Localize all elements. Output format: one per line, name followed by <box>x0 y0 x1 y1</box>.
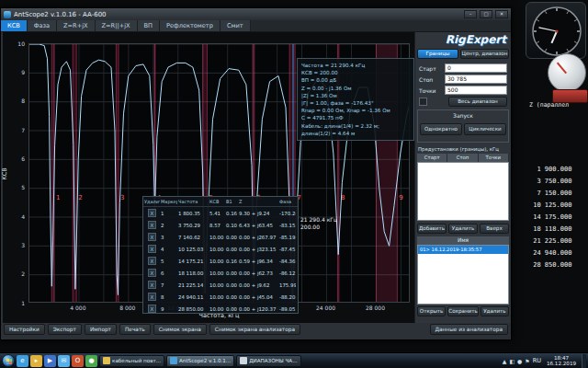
marker-cell: 5 <box>160 259 177 264</box>
tab-3[interactable]: Z=R||+jX <box>96 20 138 31</box>
run-cyclic-button[interactable]: Циклически <box>464 123 506 135</box>
marker-cell: 28 850.00 <box>177 306 209 312</box>
settings-button[interactable]: Настройки <box>4 324 45 335</box>
presets-header-row: СтартСтопТочки <box>417 154 509 162</box>
marker-cell: 0.00 <box>225 270 238 276</box>
tab-1[interactable]: Фаза <box>28 20 57 31</box>
gauge-gadget[interactable] <box>548 53 586 92</box>
minimize-button[interactable]: – <box>464 10 477 18</box>
run-single-button[interactable]: Однократно <box>420 123 462 135</box>
run-group: Запуск Однократно Циклически <box>417 109 509 143</box>
add-preset-button[interactable]: Добавить <box>417 224 447 234</box>
up-preset-button[interactable]: Вверх <box>480 224 509 234</box>
open-button[interactable]: Открыть <box>417 306 446 316</box>
tray-icon[interactable]: ⚑ <box>525 358 529 364</box>
language-indicator[interactable]: RU <box>533 357 541 364</box>
tray-icon[interactable]: ● <box>517 358 522 364</box>
field-input-1[interactable]: 30 785 <box>445 75 507 84</box>
marker-table-header-row: УдалитьМаркерЧастотаКСВВ1ZФаза <box>143 197 298 207</box>
marker-cell: 3 750.29 <box>177 223 209 228</box>
export-button[interactable]: Экспорт <box>48 324 82 335</box>
save-button[interactable]: Сохранить <box>447 306 478 316</box>
name-list[interactable]: 01> 16.12.2019-18:35:57 <box>417 245 509 305</box>
y-tick-label: 4 <box>5 213 25 220</box>
delete-marker-button[interactable]: X <box>148 257 156 265</box>
cursor-annotation: 21 290.4 кГц 200.00 <box>300 216 337 231</box>
title-bar[interactable]: AntScope2 v.1.0.16 - AA-600 – ▢ ✕ <box>1 8 511 20</box>
delete-marker-button[interactable]: X <box>148 269 156 277</box>
print-button[interactable]: Печать <box>119 324 151 335</box>
bounds-mode-button[interactable]: Границы <box>417 49 458 59</box>
marker-row: X514 175.2110.000.160.59 + j96.34-84.36 <box>143 255 298 267</box>
tooltip-line: |Г| = 1.00, фаза = -176.43° <box>301 99 410 107</box>
maximize-button[interactable]: ▢ <box>480 10 492 18</box>
marker-cell: 10.00 <box>209 259 225 264</box>
analyzer-screenshot-button[interactable]: Снимок экрана анализатора <box>209 324 300 335</box>
analyzer-data-button[interactable]: Данные из анализатора <box>430 324 509 335</box>
tab-6[interactable]: Смит <box>220 20 251 31</box>
marker-cell: -83.15 <box>278 223 296 228</box>
tray-icon[interactable]: ◧ <box>509 358 514 364</box>
tab-5[interactable]: Рефлектометр <box>160 20 220 31</box>
office-app-icon[interactable]: O <box>72 355 84 367</box>
delete-name-button[interactable]: Удалить <box>481 306 509 316</box>
import-button[interactable]: Импорт <box>85 324 117 335</box>
folder-explorer-icon[interactable]: ▸ <box>30 355 42 367</box>
green-app-icon[interactable]: ● <box>85 355 97 367</box>
marker-table-header: Удалить <box>143 199 160 204</box>
tray-icon[interactable]: ▲ <box>503 358 507 364</box>
start-button[interactable] <box>2 354 15 367</box>
screen: Z (параллел 1 900.000 3 750.000 7 150.00… <box>0 0 588 368</box>
delete-marker-button[interactable]: X <box>148 293 156 301</box>
full-range-button[interactable]: Весь диапазон <box>448 97 507 107</box>
marker-delete-cell: X <box>143 221 160 229</box>
internet-explorer-icon[interactable]: e <box>17 355 28 367</box>
show-desktop-button[interactable] <box>582 354 586 368</box>
delete-marker-button[interactable]: X <box>148 221 156 229</box>
taskbar-window-button[interactable]: кабельный повт... <box>99 355 164 367</box>
tab-4[interactable]: ВП <box>138 20 160 31</box>
y-tick-label: 6 <box>5 155 25 162</box>
panel-checkbox[interactable] <box>419 98 427 106</box>
window-icon <box>103 357 110 364</box>
media-player-icon[interactable]: ▶ <box>44 355 56 367</box>
center-span-mode-button[interactable]: Центр, диапазон <box>460 49 509 59</box>
delete-marker-button[interactable]: X <box>148 305 156 313</box>
field-input-2[interactable]: 500 <box>445 86 507 95</box>
tab-0[interactable]: КСВ <box>1 20 28 31</box>
delete-marker-button[interactable]: X <box>148 233 156 241</box>
marker-delete-cell: X <box>143 293 160 301</box>
name-buttons: ОткрытьСохранитьУдалить <box>417 306 509 316</box>
marker-cell: -86.12 <box>278 270 296 276</box>
close-button[interactable]: ✕ <box>495 10 508 18</box>
marker-cell: 9.30 + j9.24 <box>238 211 278 216</box>
marker-cell: 21 225.14 <box>177 282 209 288</box>
marker-cell: 7 140.62 <box>177 235 209 240</box>
clock-gadget[interactable] <box>526 2 586 59</box>
preset-name-item[interactable]: 01> 16.12.2019-18:35:57 <box>418 246 508 254</box>
marker-cell: 10.00 <box>209 235 225 240</box>
marker-cell: -84.36 <box>278 259 296 264</box>
taskbar-clock[interactable]: 18:47 16.12.2019 <box>544 355 579 367</box>
tab-2[interactable]: Z=R+jX <box>57 20 96 31</box>
marker-row: X618 118.0010.000.000.00 + j62.73-86.12 <box>143 267 298 279</box>
delete-marker-button[interactable]: X <box>148 209 156 217</box>
marker-cell: 0.00 <box>225 282 238 288</box>
field-input-0[interactable]: 0 <box>445 63 507 73</box>
band-number-label: 2 <box>78 194 82 201</box>
delete-preset-button[interactable]: Удалить <box>448 224 478 234</box>
marker-cell: 0.16 <box>225 259 238 264</box>
mail-icon[interactable]: ✉ <box>58 355 70 367</box>
taskbar-window-button[interactable]: ДИАПАЗОНЫ ЧА... <box>236 355 300 367</box>
taskbar-window-button[interactable]: AntScope2 v.1.0.1... <box>166 355 234 367</box>
cursor-tooltip: Частота = 21 290.4 кГцКСВ = 200.00ВП = 0… <box>297 58 414 141</box>
marker-cell: -87.45 <box>278 247 296 252</box>
delete-marker-button[interactable]: X <box>148 245 156 253</box>
presets-list[interactable] <box>417 162 509 221</box>
marker-cell: 10.00 <box>209 294 225 300</box>
screenshot-button[interactable]: Снимок экрана <box>153 324 207 335</box>
x-tick-label: 28 000 <box>366 305 385 311</box>
marker-cell: 0.00 + j120.37 <box>238 306 278 312</box>
delete-marker-button[interactable]: X <box>148 281 156 289</box>
marker-delete-cell: X <box>143 233 160 241</box>
